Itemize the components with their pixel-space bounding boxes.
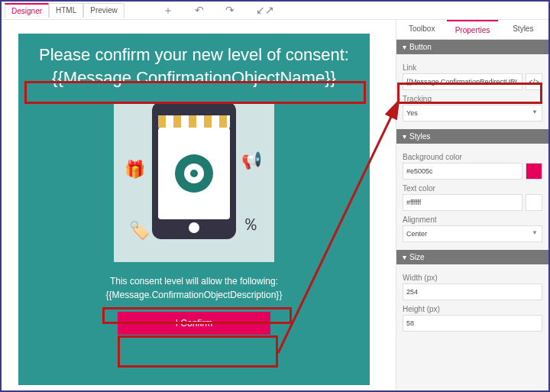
confirmation-name-token: {{Message.ConfirmationObjectName}} (52, 68, 336, 88)
textcolor-label: Text color (403, 184, 542, 193)
align-label: Alignment (403, 215, 542, 224)
sale-tag-icon: 🏷️ (129, 221, 150, 241)
gift-icon: 🎁 (125, 160, 145, 180)
bgcolor-swatch[interactable] (526, 163, 542, 180)
tab-designer[interactable]: Designer (5, 3, 49, 18)
tab-preview[interactable]: Preview (83, 3, 125, 18)
code-button[interactable]: </> (526, 73, 542, 90)
section-size-header[interactable]: ▾ Size (396, 250, 548, 264)
textcolor-input[interactable] (403, 194, 522, 211)
megaphone-icon: 📢 (241, 151, 262, 170)
tracking-select[interactable] (403, 105, 542, 121)
link-label: Link (403, 63, 542, 72)
width-label: Width (px) (403, 274, 542, 282)
height-label: Height (px) (403, 305, 542, 313)
textcolor-swatch[interactable] (526, 194, 542, 211)
section-button-header[interactable]: ▾ Button (396, 40, 548, 54)
link-input[interactable] (403, 73, 522, 90)
tab-toolbox[interactable]: Toolbox (396, 20, 447, 39)
section-styles-header[interactable]: ▾ Styles (396, 129, 548, 144)
chevron-down-icon: ▾ (403, 253, 406, 261)
collapse-icon[interactable]: ↙↗ (256, 4, 274, 18)
width-input[interactable] (403, 283, 542, 300)
chevron-down-icon: ▾ (403, 132, 406, 141)
bgcolor-input[interactable] (403, 163, 522, 180)
confirmation-desc-token: {{Message.ConfirmationObjectDescription}… (106, 290, 283, 300)
tracking-label: Tracking (403, 95, 542, 103)
height-input[interactable] (403, 315, 542, 332)
legend-text: This consent level will allow the follow… (26, 276, 362, 287)
email-canvas[interactable]: Please confirm your new level of consent… (18, 34, 370, 385)
tab-html[interactable]: HTML (49, 3, 83, 18)
tab-properties[interactable]: Properties (447, 20, 497, 39)
align-select[interactable] (403, 225, 542, 242)
confirm-button[interactable]: I Confirm (118, 312, 270, 335)
undo-icon[interactable]: ↶ (195, 4, 204, 18)
chevron-down-icon: ▾ (403, 43, 406, 51)
redo-icon[interactable]: ↷ (225, 4, 235, 18)
hero-image: 🎁 📢 🏷️ ％ (114, 102, 274, 262)
tab-styles[interactable]: Styles (498, 20, 548, 39)
add-icon[interactable]: ＋ (163, 4, 173, 18)
percent-icon: ％ (242, 213, 259, 236)
bgcolor-label: Background color (403, 153, 542, 161)
page-heading: Please confirm your new level of consent… (26, 44, 362, 66)
